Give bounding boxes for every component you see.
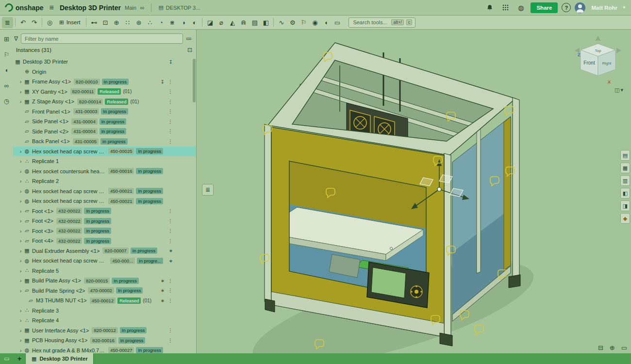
tree-row[interactable]: ⊕Origin	[13, 67, 196, 77]
circular-pattern-icon[interactable]: ⊛	[133, 17, 144, 28]
scrollbar-thumb[interactable]	[193, 59, 196, 102]
expand-chevron-icon[interactable]: ›	[18, 218, 23, 224]
tree-scrollbar[interactable]	[193, 58, 196, 351]
expand-chevron-icon[interactable]: ›	[18, 168, 23, 174]
tree-row[interactable]: ›◍Hex socket head cap screw M3x0.50 x 5 …	[13, 196, 196, 206]
tree-row[interactable]: ›∴Replicate 4	[13, 315, 196, 326]
share-button[interactable]: Share	[531, 2, 558, 13]
structure-tree-toggle[interactable]: ≣	[202, 184, 214, 196]
avatar[interactable]	[575, 2, 585, 13]
graphics-area[interactable]: Top Front Right Z X ≣ ◫▾ ▤▦▥◧◨◆ ⊟⊕▭	[197, 30, 631, 353]
expand-chevron-icon[interactable]: ›	[18, 79, 23, 84]
bom-icon[interactable]: ▤	[249, 17, 260, 28]
link-icon[interactable]: ∞	[140, 4, 145, 11]
assembly-features-icon[interactable]: ≣	[2, 17, 13, 28]
notifications-bell-icon[interactable]	[484, 2, 496, 14]
tab-desktop-3d-printer[interactable]: ▦ Desktop 3D Printer	[25, 353, 94, 364]
mate-icon[interactable]: ⋮	[168, 79, 173, 84]
expand-chevron-icon[interactable]: ›	[18, 337, 23, 343]
app-store-icon[interactable]	[499, 2, 511, 14]
menu-icon[interactable]: ≡	[50, 3, 54, 12]
tree-row[interactable]: ›▦PCB Housing Assy <1>820-00016In progre…	[13, 335, 196, 346]
document-tab[interactable]: ▤ DESKTOP 3...	[158, 4, 200, 11]
workspace-name[interactable]: Main	[125, 5, 136, 11]
tree-row[interactable]: ›◍Hex socket countersunk head screw M3x0…	[13, 166, 196, 177]
print-icon[interactable]: ⊟	[598, 344, 603, 351]
replicate-tool-icon[interactable]: ∴	[144, 17, 155, 28]
comments-icon[interactable]: ◖	[5, 66, 9, 74]
tree-row[interactable]: ›▱Build Plate Spring <2>470-00002In prog…	[13, 286, 196, 296]
tree-row[interactable]: ▱M3 THUMB NUT <1>450-00012Released(01)∗⋮	[13, 296, 196, 306]
mate-icon[interactable]: ⊷	[88, 17, 100, 28]
mate-icon[interactable]: ⋮	[168, 228, 173, 233]
search-tools-input[interactable]	[352, 19, 389, 26]
add-tab-button[interactable]: +	[14, 355, 25, 363]
triad-icon[interactable]: ∗	[161, 298, 165, 303]
mass-properties-icon[interactable]: ◭	[227, 17, 238, 28]
tree-row[interactable]: ›◍Hex nut grade A & B M4x0.7 <1>450-0002…	[13, 346, 196, 354]
display-states-icon[interactable]: ◐	[189, 17, 200, 28]
fixed-icon[interactable]: ↧	[161, 79, 165, 84]
tree-row[interactable]: ▱Front Panel <1>431-00003In progress⋮	[13, 107, 196, 117]
filter-icon[interactable]: ∇	[14, 35, 18, 42]
interference-icon[interactable]: ⋒	[238, 17, 249, 28]
mate-icon[interactable]: ⋮	[168, 328, 173, 333]
view-cube-front-label[interactable]: Front	[583, 60, 595, 66]
mate-icon[interactable]: ⋮	[168, 278, 173, 283]
expand-chevron-icon[interactable]: ›	[18, 149, 23, 154]
onshape-logo[interactable]: onshape	[5, 3, 44, 12]
section-view-icon[interactable]: ◪	[204, 17, 216, 28]
expand-chevron-icon[interactable]: ›	[18, 278, 23, 283]
mate-icon[interactable]: ⋮	[168, 139, 173, 144]
mate-icon[interactable]: ⋮	[168, 298, 173, 303]
expand-chevron-icon[interactable]: ›	[18, 99, 23, 104]
popout-icon[interactable]: ⊡	[187, 47, 192, 53]
assembly-3d-viewport[interactable]: Top Front Right Z X	[197, 30, 631, 353]
linear-pattern-icon[interactable]: ∷	[122, 17, 133, 28]
tree-row[interactable]: ▱Side Panel <2>431-00004In progress⋮	[13, 127, 196, 137]
tree-row[interactable]: ▱Side Panel <1>431-00004In progress⋮	[13, 116, 196, 127]
tree-row[interactable]: ›◍Hex socket head cap screw M3x0.50 x 10…	[13, 256, 196, 266]
tree-row[interactable]: ›▦Dual Extruder Assembly <1>820-00007In …	[13, 246, 196, 256]
list-view-icon[interactable]: ≔	[186, 35, 192, 42]
display-icon[interactable]: ▭	[621, 344, 627, 351]
instances-panel-icon[interactable]: ▤	[620, 150, 630, 161]
custom-tables-panel-icon[interactable]: ◆	[620, 213, 630, 224]
view-cube[interactable]: Top Front Right Z X	[575, 36, 621, 84]
help-icon[interactable]: ?	[562, 3, 571, 12]
mate-icon[interactable]: ⋮	[168, 208, 173, 214]
bom-panel-icon[interactable]: ▥	[620, 175, 630, 186]
mate-icon[interactable]: ⋮	[168, 238, 173, 244]
expand-chevron-icon[interactable]: ›	[18, 158, 23, 164]
tree-row[interactable]: ▦Desktop 3D Printer↧	[13, 57, 196, 67]
share-feedback-icon[interactable]: ∞	[4, 82, 9, 89]
tree-row[interactable]: ›▱Foot <3>432-00022In progress⋮	[13, 226, 196, 236]
group-icon[interactable]: ⊡	[100, 17, 111, 28]
expand-chevron-icon[interactable]: ›	[18, 208, 23, 214]
expand-chevron-icon[interactable]: ›	[18, 248, 23, 254]
tree-row[interactable]: ›◍Hex socket head cap screw M6x1.00 x 8 …	[13, 147, 196, 157]
tree-row[interactable]: ›▦Frame Assy <1>820-00010In progress↧⋮	[13, 77, 196, 87]
insert-button[interactable]: ⊞ Insert	[55, 17, 84, 28]
view-cube-top-label[interactable]: Top	[595, 49, 601, 53]
triad-icon[interactable]: ∗	[161, 278, 165, 283]
history-icon[interactable]: ◷	[4, 98, 9, 105]
expand-chevron-icon[interactable]: ›	[18, 258, 23, 264]
configurations-icon[interactable]: ⚙	[287, 17, 298, 28]
expand-chevron-icon[interactable]: ›	[18, 268, 23, 274]
tree-row[interactable]: ›▱Foot <4>432-00022In progress⋮	[13, 236, 196, 246]
follow-mode-icon[interactable]: ⚐	[298, 17, 309, 28]
mate-icon[interactable]: ⋮	[168, 129, 173, 134]
mate-icon[interactable]: ⋮	[168, 218, 173, 224]
expand-chevron-icon[interactable]: ›	[18, 238, 23, 244]
edit-in-context-icon[interactable]: ◎	[44, 17, 55, 28]
expand-chevron-icon[interactable]: ›	[18, 328, 23, 333]
expand-chevron-icon[interactable]: ›	[18, 228, 23, 234]
exploded-view-icon[interactable]: ⋇	[166, 17, 178, 28]
mate-connector-icon[interactable]: ⊕	[111, 17, 122, 28]
view-cube-right-label[interactable]: Right	[602, 61, 612, 66]
expand-chevron-icon[interactable]: ›	[18, 188, 23, 194]
expand-chevron-icon[interactable]: ›	[18, 178, 23, 184]
view-options-button[interactable]: ◫▾	[614, 87, 623, 93]
triad-icon[interactable]: ∗	[169, 258, 173, 264]
